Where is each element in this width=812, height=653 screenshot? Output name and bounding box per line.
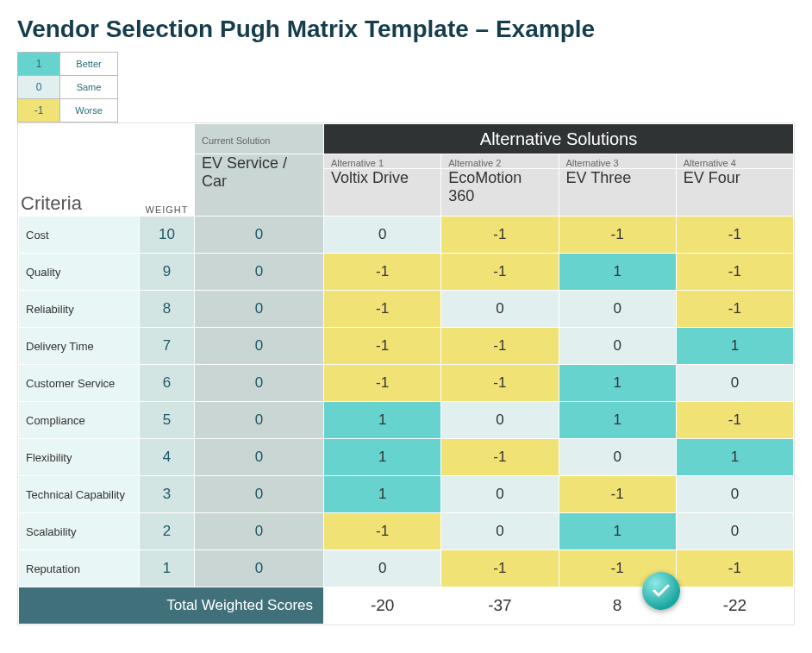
current-score: 0	[195, 402, 324, 439]
alt-score: 0	[324, 217, 441, 254]
legend-label: Better	[60, 53, 118, 76]
alt-score: -1	[441, 550, 559, 587]
alt-score: -1	[441, 365, 559, 402]
alt-score: 1	[559, 365, 676, 402]
legend-score: -1	[18, 99, 60, 122]
total-score: 8	[559, 587, 676, 625]
alt-score: -1	[324, 365, 441, 402]
alt-score: -1	[676, 402, 793, 439]
alt-label: Alternative 2	[441, 154, 559, 169]
legend-score: 0	[18, 76, 60, 99]
current-score: 0	[195, 550, 324, 587]
criterion-weight: 2	[140, 513, 195, 550]
alt-score: 1	[559, 402, 676, 439]
alt-score: -1	[441, 439, 559, 476]
criterion-weight: 9	[140, 254, 195, 291]
alt-score: -1	[324, 328, 441, 365]
criteria-heading: Criteria	[19, 124, 140, 217]
alt-score: 0	[676, 513, 793, 550]
criterion-weight: 1	[140, 550, 195, 587]
alt-score: 1	[559, 254, 676, 291]
current-score: 0	[195, 476, 324, 513]
alternatives-band: Alternative Solutions	[324, 124, 794, 154]
current-score: 0	[195, 217, 324, 254]
alt-score: 0	[676, 365, 793, 402]
current-solution-label: Current Solution	[195, 124, 324, 154]
weight-heading: WEIGHT	[140, 124, 195, 217]
total-score: -37	[441, 587, 559, 625]
alt-score: 1	[559, 513, 676, 550]
criterion-name: Compliance	[19, 402, 140, 439]
criterion-weight: 7	[140, 328, 195, 365]
total-score: -22	[676, 587, 793, 625]
alt-score: -1	[559, 217, 676, 254]
criterion-weight: 10	[140, 217, 195, 254]
current-solution-name: EV Service / Car	[195, 154, 324, 217]
alt-score: -1	[324, 291, 441, 328]
alt-label: Alternative 1	[324, 154, 441, 169]
criterion-name: Quality	[19, 254, 140, 291]
alt-score: -1	[676, 254, 793, 291]
page-title: Vendor Selection Pugh Matrix Template – …	[17, 16, 795, 43]
alt-score: 0	[559, 328, 676, 365]
legend-label: Worse	[60, 99, 118, 122]
alt-score: -1	[676, 291, 793, 328]
alt-score: 1	[324, 439, 441, 476]
pugh-matrix-table: Criteria WEIGHT Current Solution Alterna…	[18, 123, 794, 625]
alt-score: 0	[559, 439, 676, 476]
alt-score: 0	[324, 550, 441, 587]
criterion-name: Cost	[19, 217, 140, 254]
current-score: 0	[195, 439, 324, 476]
alt-score: -1	[676, 217, 793, 254]
alt-name: Voltix Drive	[324, 169, 441, 217]
criterion-name: Customer Service	[19, 365, 140, 402]
alt-score: -1	[441, 254, 559, 291]
current-score: 0	[195, 254, 324, 291]
alt-score: 0	[441, 476, 559, 513]
alt-score: -1	[559, 476, 676, 513]
total-label: Total Weighted Scores	[19, 587, 324, 625]
legend-label: Same	[60, 76, 118, 99]
alt-score: 0	[441, 513, 559, 550]
criterion-weight: 8	[140, 291, 195, 328]
alt-name: EV Four	[676, 169, 793, 217]
legend-score: 1	[18, 53, 60, 76]
current-score: 0	[195, 291, 324, 328]
criterion-name: Reliability	[19, 291, 140, 328]
alt-score: -1	[441, 328, 559, 365]
current-score: 0	[195, 365, 324, 402]
alt-score: 0	[676, 476, 793, 513]
alt-score: 0	[441, 291, 559, 328]
legend-table: 1 Better0 Same-1 Worse	[17, 52, 118, 122]
alt-score: 0	[441, 402, 559, 439]
criterion-name: Scalability	[19, 513, 140, 550]
criterion-weight: 3	[140, 476, 195, 513]
alt-score: -1	[676, 550, 793, 587]
criterion-name: Delivery Time	[19, 328, 140, 365]
criterion-weight: 4	[140, 439, 195, 476]
criterion-name: Reputation	[19, 550, 140, 587]
winner-check-icon	[642, 572, 680, 610]
criterion-name: Technical Capability	[19, 476, 140, 513]
criterion-name: Flexibility	[19, 439, 140, 476]
alt-score: -1	[324, 513, 441, 550]
alt-score: 1	[324, 476, 441, 513]
total-score: -20	[324, 587, 441, 625]
criterion-weight: 5	[140, 402, 195, 439]
alt-score: -1	[324, 254, 441, 291]
alt-score: 0	[559, 291, 676, 328]
alt-label: Alternative 3	[559, 154, 676, 169]
criterion-weight: 6	[140, 365, 195, 402]
alt-score: 1	[676, 439, 793, 476]
alt-score: -1	[441, 217, 559, 254]
alt-name: EcoMotion 360	[441, 169, 559, 217]
alt-score: 1	[676, 328, 793, 365]
current-score: 0	[195, 328, 324, 365]
current-score: 0	[195, 513, 324, 550]
alt-name: EV Three	[559, 169, 676, 217]
alt-score: 1	[324, 402, 441, 439]
alt-label: Alternative 4	[676, 154, 793, 169]
